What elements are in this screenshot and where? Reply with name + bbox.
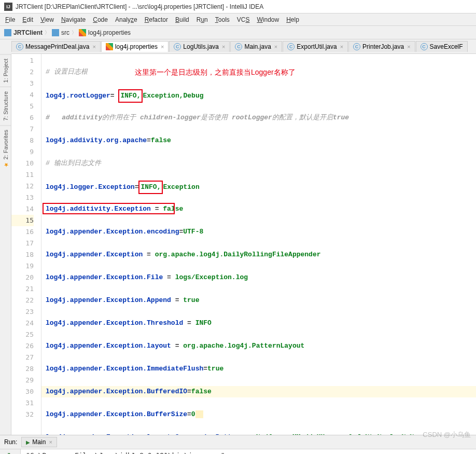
menu-navigate[interactable]: Navigate <box>58 15 89 24</box>
menu-help[interactable]: Help <box>283 15 302 24</box>
watermark: CSDN @小乌鱼 <box>423 430 471 439</box>
breadcrumb: JRTClient 〉 src 〉 log4j.properties <box>0 26 476 39</box>
window-title: JRTClient [D:\JREPlan\Client\JRTClient] … <box>16 3 263 10</box>
side-tab-project[interactable]: 1: Project <box>0 54 11 87</box>
menu-view[interactable]: View <box>37 15 57 24</box>
rerun-button[interactable]: ↻ <box>6 451 15 454</box>
run-label: Run: <box>4 438 17 446</box>
menu-code[interactable]: Code <box>90 15 111 24</box>
tab-saveexcel[interactable]: CSaveExcelF <box>416 41 468 52</box>
close-icon[interactable]: × <box>407 44 410 50</box>
side-tool-tabs: 1: Project 7: Structure ★2: Favorites <box>0 54 11 435</box>
properties-icon <box>79 29 86 36</box>
code-area[interactable]: # 设置日志根这里第一个是日志级别，之前直接当Logger名称了 log4j.r… <box>41 54 476 435</box>
close-icon[interactable]: × <box>222 44 225 50</box>
breadcrumb-project[interactable]: JRTClient <box>13 29 43 36</box>
menu-build[interactable]: Build <box>172 15 192 24</box>
run-tools: ↻ ■ <box>0 449 21 454</box>
editor[interactable]: 1234567891011121314151617181920212223242… <box>11 54 476 435</box>
close-icon[interactable]: × <box>49 439 52 445</box>
java-class-icon: C <box>174 43 181 50</box>
close-icon[interactable]: × <box>274 44 277 50</box>
tab-printerjob[interactable]: CPrinterJob.java× <box>348 41 415 52</box>
close-icon[interactable]: × <box>340 44 343 50</box>
tab-exportutil[interactable]: CExportUtil.java× <box>283 41 348 52</box>
project-icon <box>4 29 11 36</box>
run-header: Run: ▶ Main × <box>0 435 476 449</box>
side-tab-favorites[interactable]: ★2: Favorites <box>0 125 11 172</box>
menu-analyze[interactable]: Analyze <box>112 15 141 24</box>
java-class-icon: C <box>287 43 295 50</box>
properties-icon <box>106 43 113 50</box>
menu-refactor[interactable]: Refactor <box>142 15 171 24</box>
close-icon[interactable]: × <box>161 44 164 50</box>
menubar: File Edit View Navigate Code Analyze Ref… <box>0 13 476 26</box>
menu-file[interactable]: File <box>2 15 18 24</box>
folder-icon <box>52 29 59 36</box>
run-tab-main[interactable]: ▶ Main × <box>21 437 57 447</box>
highlight-box: INFO, <box>118 89 143 103</box>
java-class-icon: C <box>353 43 360 50</box>
main-area: 1: Project 7: Structure ★2: Favorites 12… <box>0 54 476 435</box>
menu-window[interactable]: Window <box>254 15 282 24</box>
tab-logutils[interactable]: CLogUtils.java× <box>169 41 230 52</box>
run-body: ↻ ■ "C:\Program Files\Java\jdk1.8.0_191\… <box>0 449 476 454</box>
java-class-icon: C <box>235 43 242 50</box>
chevron-icon: 〉 <box>45 29 50 36</box>
menu-vcs[interactable]: VCS <box>234 15 253 24</box>
app-icon: IJ <box>4 3 12 11</box>
side-tab-structure[interactable]: 7: Structure <box>0 87 11 125</box>
menu-tools[interactable]: Tools <box>212 15 233 24</box>
chevron-icon: 〉 <box>72 29 77 36</box>
menu-run[interactable]: Run <box>193 15 211 24</box>
highlight-box: INFO, <box>138 181 163 194</box>
annotation-text: 这里第一个是日志级别，之前直接当Logger名称了 <box>135 66 296 78</box>
breadcrumb-file[interactable]: log4j.properties <box>88 29 131 36</box>
breadcrumb-src[interactable]: src <box>61 29 69 36</box>
editor-tabs: CMessagePrintDeal.java× log4j.properties… <box>11 39 476 54</box>
tab-main[interactable]: CMain.java× <box>230 41 282 52</box>
java-class-icon: C <box>16 43 23 50</box>
star-icon: ★ <box>2 162 9 169</box>
close-icon[interactable]: × <box>92 44 95 50</box>
menu-edit[interactable]: Edit <box>19 15 36 24</box>
gutter: 1234567891011121314151617181920212223242… <box>11 54 41 435</box>
tab-messageprintdeal[interactable]: CMessagePrintDeal.java× <box>11 41 101 52</box>
tab-log4j-properties[interactable]: log4j.properties× <box>101 41 169 52</box>
play-icon: ▶ <box>26 439 30 445</box>
run-panel: Run: ▶ Main × ↻ ■ "C:\Program Files\Java… <box>0 435 476 454</box>
titlebar: IJ JRTClient [D:\JREPlan\Client\JRTClien… <box>0 0 476 13</box>
java-class-icon: C <box>421 43 428 50</box>
run-output[interactable]: "C:\Program Files\Java\jdk1.8.0_191\bin\… <box>21 449 476 454</box>
